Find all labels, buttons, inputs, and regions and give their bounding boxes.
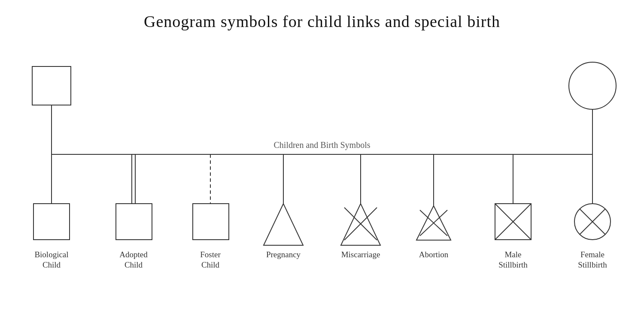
label-foster-child-line2: Child: [201, 260, 220, 269]
label-foster-child-line1: Foster: [200, 250, 221, 259]
parent-male-square: [32, 66, 71, 105]
label-adopted-child-line1: Adopted: [119, 250, 148, 259]
symbol-adopted-child: [116, 204, 152, 240]
symbol-biological-child: [33, 204, 70, 240]
page: Genogram symbols for child links and spe…: [0, 0, 644, 316]
label-male-stillbirth-line1: Male: [504, 250, 521, 259]
label-miscarriage: Miscarriage: [341, 250, 380, 259]
label-biological-child-line1: Biological: [34, 250, 68, 259]
genogram-diagram: Children and Birth Symbols Biological Ch…: [0, 0, 644, 316]
label-adopted-child-line2: Child: [125, 260, 143, 269]
label-pregnancy: Pregnancy: [266, 250, 301, 259]
label-female-stillbirth-line1: Female: [580, 250, 605, 259]
symbol-foster-child: [193, 204, 229, 240]
label-male-stillbirth-line2: Stillbirth: [498, 260, 528, 269]
children-birth-label: Children and Birth Symbols: [274, 140, 371, 150]
parent-female-circle: [569, 62, 616, 109]
label-biological-child-line2: Child: [43, 260, 61, 269]
label-female-stillbirth-line2: Stillbirth: [578, 260, 607, 269]
label-abortion: Abortion: [419, 250, 449, 259]
symbol-pregnancy: [264, 204, 303, 245]
